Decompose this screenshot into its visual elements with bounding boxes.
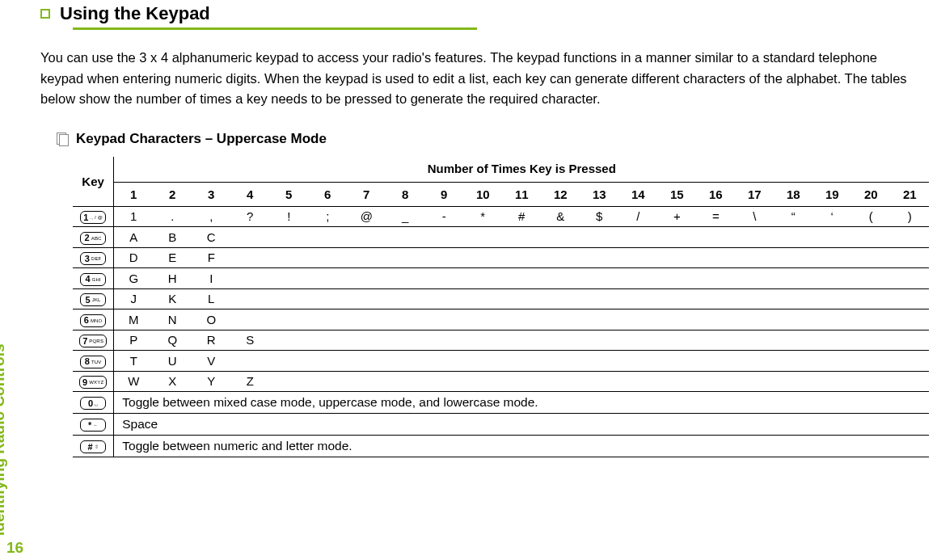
char-cell	[541, 268, 580, 289]
char-cell	[618, 371, 657, 392]
char-cell	[230, 227, 269, 248]
char-cell	[308, 351, 347, 372]
char-cell: T	[114, 351, 154, 372]
char-cell	[386, 288, 424, 309]
char-cell	[735, 247, 774, 268]
char-cell	[424, 227, 463, 248]
char-cell	[386, 227, 424, 248]
char-cell	[735, 227, 774, 248]
char-cell: _	[386, 206, 424, 227]
th-count: 12	[541, 182, 580, 206]
char-cell	[657, 227, 696, 248]
char-cell	[774, 268, 812, 289]
char-cell	[890, 288, 929, 309]
key-cell: 3DEF	[73, 247, 114, 268]
char-cell	[657, 371, 696, 392]
char-cell	[890, 227, 929, 248]
char-cell: P	[114, 330, 154, 351]
char-cell: O	[192, 309, 230, 331]
keypad-key-icon: 3DEF	[80, 252, 106, 265]
char-cell	[618, 247, 657, 268]
char-cell: C	[192, 227, 230, 248]
char-cell: ?	[230, 206, 269, 227]
char-cell: K	[153, 288, 192, 309]
char-cell: F	[192, 247, 230, 268]
char-cell	[308, 288, 347, 309]
char-cell	[851, 330, 890, 351]
table-row: #⇧Toggle between numeric and letter mode…	[73, 436, 929, 457]
char-cell	[774, 309, 812, 331]
th-count: 3	[192, 182, 230, 206]
char-cell	[541, 309, 580, 331]
keypad-key-icon: 6MNO	[80, 314, 106, 327]
char-cell: ;	[308, 206, 347, 227]
char-cell	[308, 330, 347, 351]
th-count: 11	[502, 182, 541, 206]
char-cell	[347, 288, 386, 309]
char-cell	[618, 309, 657, 331]
char-cell: X	[153, 371, 192, 392]
char-cell	[502, 247, 541, 268]
char-cell	[347, 351, 386, 372]
char-cell: B	[153, 227, 192, 248]
char-cell: G	[114, 268, 154, 289]
char-cell	[386, 247, 424, 268]
char-cell	[463, 227, 502, 248]
char-cell: U	[153, 351, 192, 372]
th-count: 18	[774, 182, 812, 206]
char-cell: ,	[192, 206, 230, 227]
th-count: 2	[153, 182, 192, 206]
char-cell	[657, 309, 696, 331]
char-cell	[424, 247, 463, 268]
char-cell	[541, 330, 580, 351]
subsection-title: Keypad Characters – Uppercase Mode	[76, 131, 327, 147]
char-cell	[890, 247, 929, 268]
char-cell	[347, 247, 386, 268]
th-count: 5	[269, 182, 308, 206]
char-cell	[696, 371, 735, 392]
char-cell	[890, 351, 929, 372]
key-description: Toggle between numeric and letter mode.	[114, 436, 930, 457]
th-count: 21	[890, 182, 929, 206]
char-cell	[580, 247, 618, 268]
char-cell	[541, 288, 580, 309]
char-cell: W	[114, 371, 154, 392]
char-cell	[230, 268, 269, 289]
char-cell: !	[269, 206, 308, 227]
char-cell	[424, 330, 463, 351]
char-cell: ‘	[812, 206, 851, 227]
char-cell	[463, 309, 502, 331]
keypad-key-icon: 1., / @	[80, 211, 106, 224]
char-cell	[618, 330, 657, 351]
table-row: 5JKLJKL	[73, 288, 929, 309]
section-marker-icon	[40, 9, 50, 19]
char-cell	[890, 268, 929, 289]
key-cell: 6MNO	[73, 309, 114, 331]
char-cell: $	[580, 206, 618, 227]
table-row: 6MNOMNO	[73, 309, 929, 331]
char-cell: -	[424, 206, 463, 227]
char-cell: #	[502, 206, 541, 227]
char-cell	[463, 371, 502, 392]
char-cell: *	[463, 206, 502, 227]
char-cell	[386, 309, 424, 331]
key-cell: 8TUV	[73, 351, 114, 372]
char-cell	[618, 288, 657, 309]
keypad-key-icon: 5JKL	[80, 293, 106, 306]
char-cell	[812, 330, 851, 351]
char-cell	[735, 288, 774, 309]
pages-icon	[57, 133, 68, 145]
char-cell	[657, 268, 696, 289]
char-cell	[812, 309, 851, 331]
char-cell: Z	[230, 371, 269, 392]
keypad-table: Key Number of Times Key is Pressed 12345…	[73, 157, 929, 458]
th-count: 8	[386, 182, 424, 206]
section-body: You can use the 3 x 4 alphanumeric keypa…	[40, 48, 922, 110]
char-cell	[735, 351, 774, 372]
char-cell	[890, 330, 929, 351]
char-cell	[774, 247, 812, 268]
char-cell: S	[230, 330, 269, 351]
key-description: Toggle between mixed case mode, uppercas…	[114, 392, 930, 414]
key-cell: 7PQRS	[73, 330, 114, 351]
th-count: 19	[812, 182, 851, 206]
